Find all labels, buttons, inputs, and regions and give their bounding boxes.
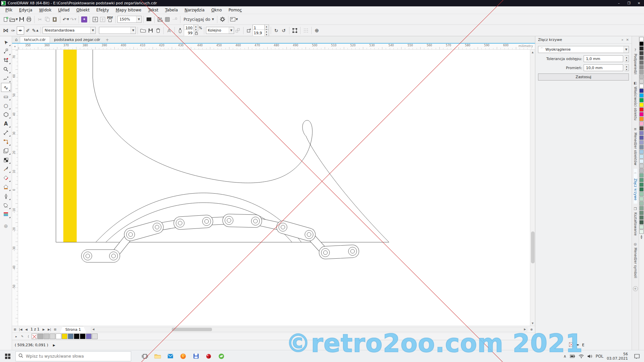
next-page-icon[interactable]: ▶ [41, 327, 47, 332]
join-mode-combo[interactable]: ⌒ Wyokrąglenie▼ [538, 46, 629, 53]
fullscreen-preview-icon[interactable] [145, 15, 153, 23]
action-center-icon[interactable] [631, 350, 643, 362]
redo-icon[interactable]: ↷▼ [69, 15, 77, 23]
doc-color-swatch[interactable] [38, 333, 43, 339]
color-swatch[interactable] [639, 159, 644, 163]
rotate-cw-icon[interactable]: ↻ [273, 27, 280, 35]
vertical-scrollbar[interactable]: ▲ ▼ [530, 50, 535, 326]
docker-tab-menedżer-symboli[interactable]: ◎Menedżer symboli [634, 239, 637, 281]
pen-settings-icon[interactable]: ✎▲ [32, 27, 39, 35]
menu-układ[interactable]: Układ [55, 7, 73, 13]
lock-icon[interactable] [194, 31, 199, 35]
add-docker-button[interactable]: + [633, 286, 638, 291]
file-explorer-icon[interactable] [151, 350, 164, 362]
start-button[interactable] [0, 350, 15, 362]
delete-stroke-icon[interactable] [154, 27, 162, 35]
hscroll-thumb[interactable] [172, 328, 212, 331]
scroll-left-arrow[interactable]: ◀ [91, 327, 95, 331]
outline-style-combo[interactable]: Niestandardowa▼ [43, 27, 96, 34]
menu-okno[interactable]: Okno [208, 7, 225, 13]
doc-color-swatch[interactable] [80, 333, 86, 339]
doc-color-swatch[interactable] [68, 333, 73, 339]
prev-page-icon[interactable]: ◀ [23, 327, 29, 332]
application-launcher-icon[interactable]: ▼ [230, 15, 238, 23]
open-stroke-icon[interactable] [140, 27, 147, 35]
print-icon[interactable] [25, 15, 33, 23]
color-swatch[interactable] [639, 103, 644, 107]
color-swatch[interactable] [639, 140, 644, 145]
pick-tool[interactable]: ➤ [1, 38, 11, 47]
home-icon[interactable]: ⌂ [13, 37, 19, 42]
color-swatch[interactable] [639, 56, 644, 60]
menu-plik[interactable]: Plik [2, 7, 16, 13]
color-swatch[interactable] [639, 192, 644, 196]
doc-color-swatch[interactable] [56, 333, 61, 339]
color-swatch[interactable] [639, 46, 644, 51]
line-style-combo[interactable]: ▼ [99, 27, 136, 34]
pressure-pen-icon[interactable]: ✑ [9, 27, 17, 35]
docker-tab-kształtowanie[interactable]: ❐Kształtowanie [634, 204, 637, 239]
doc-tab-podstawka[interactable]: podstawka pod zegar.cdr [50, 36, 104, 43]
last-page-icon[interactable]: ▶| [47, 327, 52, 332]
open-folder-icon[interactable]: ▼ [9, 15, 18, 23]
color-swatch[interactable] [639, 164, 644, 168]
color-swatch[interactable] [639, 211, 644, 215]
length-spinner[interactable]: ▲▼ [265, 30, 269, 36]
color-swatch[interactable] [639, 60, 644, 65]
color-swatch[interactable] [639, 201, 644, 206]
firefox-icon[interactable] [177, 350, 190, 362]
status-expand-icon[interactable]: ▶ [53, 344, 55, 347]
length-value[interactable]: 19,9 [253, 30, 265, 36]
color-swatch[interactable] [639, 225, 644, 229]
add-page-before-icon[interactable]: ⊞ [12, 327, 18, 332]
transparency-tool[interactable] [1, 155, 11, 164]
radius-input[interactable]: 10,0 mm [584, 64, 623, 71]
color-swatch[interactable] [639, 107, 644, 112]
show-guidelines-icon[interactable] [171, 15, 178, 23]
color-swatch[interactable] [639, 79, 644, 84]
dimension-tool[interactable] [1, 128, 11, 137]
fill-tool[interactable] [1, 201, 11, 210]
publish-pdf-icon[interactable]: PDF [106, 15, 114, 23]
color-swatch[interactable] [639, 121, 644, 126]
order-combo[interactable]: Kolejno▼ [206, 27, 234, 34]
taskbar-search[interactable] [15, 351, 131, 361]
mesh-fill-tool[interactable] [1, 210, 11, 219]
node-grid-icon[interactable] [302, 27, 310, 35]
color-swatch[interactable] [639, 229, 644, 234]
menu-widok[interactable]: Widok [36, 7, 55, 13]
export-icon[interactable] [99, 15, 106, 23]
cut-icon[interactable]: ✂ [36, 15, 44, 23]
menu-obiekt[interactable]: Obiekt [73, 7, 93, 13]
tray-chevron-icon[interactable]: ∧ [564, 354, 567, 359]
corel-photo-paint-icon[interactable] [190, 350, 202, 362]
copy-icon[interactable] [44, 15, 51, 23]
task-view-icon[interactable] [139, 350, 151, 362]
color-swatch[interactable] [639, 150, 644, 154]
menu-mapy-bitowe[interactable]: Mapy bitowe [112, 7, 145, 13]
color-swatch[interactable] [639, 117, 644, 121]
doc-color-swatch[interactable] [74, 333, 79, 339]
color-swatch[interactable] [639, 173, 644, 177]
menu-edycja[interactable]: Edycja [16, 7, 36, 13]
color-swatch[interactable] [639, 51, 644, 55]
no-color-swatch[interactable] [639, 37, 644, 41]
doc-color-swatch[interactable] [86, 333, 92, 339]
corel-launcher-icon[interactable] [215, 350, 228, 362]
zoom-tool[interactable] [1, 65, 11, 74]
coreldraw-x8-icon[interactable] [202, 350, 215, 362]
color-swatch[interactable] [639, 84, 644, 88]
spline-tool[interactable]: ∿ [1, 83, 11, 92]
ruler-origin[interactable]: ⌖ [12, 44, 18, 49]
show-grid-icon[interactable] [164, 15, 171, 23]
horizontal-scrollbar[interactable]: ◀ ▶ [91, 327, 527, 332]
search-input[interactable] [26, 354, 128, 359]
add-page-after-icon[interactable]: ⊞ [52, 327, 58, 332]
color-swatch[interactable] [639, 206, 644, 210]
restore-button[interactable]: ❐ [624, 0, 634, 6]
color-swatch[interactable] [639, 131, 644, 135]
vscroll-thumb[interactable] [531, 231, 535, 263]
doc-color-swatch[interactable] [62, 333, 67, 339]
page-tab[interactable]: Strona 1 [60, 326, 87, 333]
palette-scroll-left-icon[interactable]: ⟨ [25, 334, 31, 339]
